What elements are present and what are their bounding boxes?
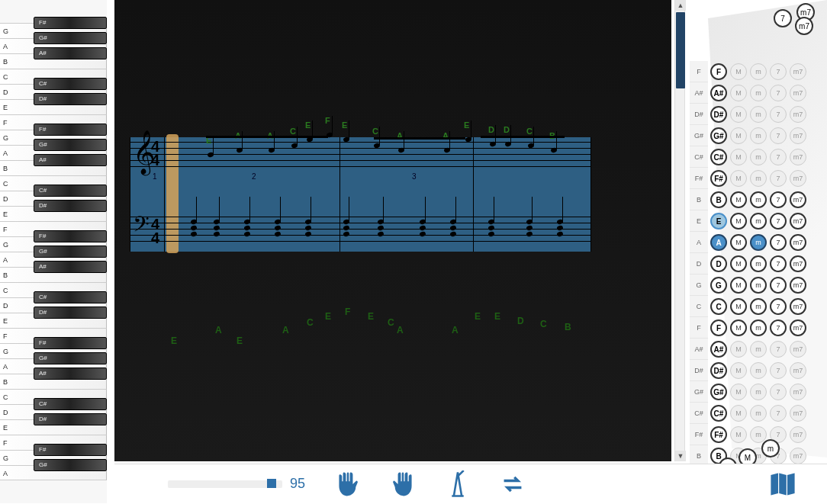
chord-quality-button[interactable]: 7 — [770, 405, 787, 422]
piano-black-key[interactable]: D# — [34, 93, 107, 105]
chord-quality-button[interactable]: m7 — [790, 191, 806, 208]
chord-quality-button[interactable]: m7 — [790, 255, 806, 272]
chord-float-button[interactable]: m — [761, 439, 780, 457]
chord-quality-button[interactable]: 7 — [770, 149, 787, 165]
chord-root-button[interactable]: B — [710, 191, 727, 208]
piano-black-key[interactable]: C# — [34, 78, 107, 90]
vertical-scrollbar[interactable]: ▲ ▼ — [674, 0, 685, 461]
chord-quality-button[interactable]: 7 — [770, 170, 787, 187]
chord-quality-button[interactable]: m — [750, 405, 767, 422]
piano-black-key[interactable]: F# — [34, 17, 107, 29]
chord-quality-button[interactable]: m7 — [790, 63, 806, 80]
chord-quality-button[interactable]: m — [750, 255, 767, 272]
chord-quality-button[interactable]: M — [730, 426, 747, 443]
chord-quality-button[interactable]: 7 — [770, 191, 787, 208]
piano-black-key[interactable]: D# — [34, 413, 107, 425]
right-hand-icon[interactable] — [391, 470, 415, 498]
chord-root-button[interactable]: G# — [710, 127, 727, 144]
scroll-thumb[interactable] — [676, 12, 685, 88]
chord-quality-button[interactable]: 7 — [770, 277, 787, 294]
chord-quality-button[interactable]: m — [750, 277, 767, 294]
chord-quality-button[interactable]: 7 — [770, 85, 787, 101]
chord-root-button[interactable]: A# — [710, 341, 727, 358]
chord-root-button[interactable]: F# — [710, 170, 727, 187]
chord-quality-button[interactable]: 7 — [770, 106, 787, 123]
piano-black-key[interactable]: A# — [34, 261, 107, 273]
chord-quality-button[interactable]: m — [750, 341, 767, 358]
piano-black-key[interactable]: D# — [34, 307, 107, 319]
chord-quality-button[interactable]: m7 — [790, 298, 806, 315]
piano-black-key[interactable]: A# — [34, 47, 107, 59]
chord-quality-button[interactable]: m7 — [790, 149, 806, 165]
piano-black-key[interactable]: G# — [34, 459, 107, 471]
chord-quality-button[interactable]: m — [750, 127, 767, 144]
chord-quality-button[interactable]: m — [750, 234, 767, 251]
chord-quality-button[interactable]: M — [730, 341, 747, 358]
chord-quality-button[interactable]: m — [750, 149, 767, 165]
chord-quality-button[interactable]: 7 — [770, 63, 787, 80]
tempo-slider-thumb[interactable] — [267, 479, 276, 488]
chord-root-button[interactable]: D# — [710, 362, 727, 379]
map-view-icon[interactable] — [769, 470, 796, 498]
chord-quality-button[interactable]: m7 — [790, 277, 806, 294]
chord-quality-button[interactable]: m7 — [790, 170, 806, 187]
chord-root-button[interactable]: F# — [710, 426, 727, 443]
chord-quality-button[interactable]: m7 — [790, 319, 806, 336]
chord-root-button[interactable]: A — [710, 234, 727, 251]
chord-quality-button[interactable]: m — [750, 213, 767, 230]
chord-quality-button[interactable]: M — [730, 191, 747, 208]
chord-quality-button[interactable]: m7 — [790, 426, 806, 443]
piano-black-key[interactable]: G# — [34, 139, 107, 151]
chord-quality-button[interactable]: M — [730, 319, 747, 336]
chord-quality-button[interactable]: 7 — [770, 384, 787, 400]
piano-black-key[interactable]: D# — [34, 200, 107, 212]
chord-quality-button[interactable]: 7 — [770, 213, 787, 230]
chord-quality-button[interactable]: m7 — [790, 405, 806, 422]
chord-root-button[interactable]: C — [710, 298, 727, 315]
chord-quality-button[interactable]: 7 — [770, 255, 787, 272]
chord-float-button[interactable]: m7 — [795, 17, 813, 35]
piano-black-key[interactable]: A# — [34, 154, 107, 166]
chord-quality-button[interactable]: 7 — [770, 319, 787, 336]
piano-black-key[interactable]: F# — [34, 124, 107, 136]
chord-root-button[interactable]: F — [710, 63, 727, 80]
loop-icon[interactable] — [500, 470, 525, 498]
chord-quality-button[interactable]: m7 — [790, 341, 806, 358]
chord-quality-button[interactable]: m — [750, 319, 767, 336]
chord-quality-button[interactable]: 7 — [770, 341, 787, 358]
chord-root-button[interactable]: A# — [710, 85, 727, 101]
chord-root-button[interactable]: G — [710, 277, 727, 294]
chord-quality-button[interactable]: 7 — [770, 298, 787, 315]
piano-black-key[interactable]: F# — [34, 337, 107, 349]
chord-quality-button[interactable]: m — [750, 106, 767, 123]
chord-quality-button[interactable]: m — [750, 362, 767, 379]
chord-quality-button[interactable]: m — [750, 298, 767, 315]
piano-black-key[interactable]: C# — [34, 291, 107, 303]
piano-black-key[interactable]: A# — [34, 368, 107, 380]
chord-quality-button[interactable]: m — [750, 170, 767, 187]
piano-black-key[interactable]: G# — [34, 352, 107, 364]
chord-quality-button[interactable]: M — [730, 213, 747, 230]
piano-black-key[interactable]: C# — [34, 398, 107, 410]
chord-root-button[interactable]: C# — [710, 405, 727, 422]
chord-root-button[interactable]: F — [710, 319, 727, 336]
chord-quality-button[interactable]: M — [730, 362, 747, 379]
metronome-icon[interactable] — [446, 470, 470, 498]
tempo-slider[interactable] — [168, 480, 282, 488]
chord-quality-button[interactable]: M — [730, 127, 747, 144]
chord-quality-button[interactable]: M — [730, 234, 747, 251]
chord-quality-button[interactable]: 7 — [770, 127, 787, 144]
chord-quality-button[interactable]: m — [750, 63, 767, 80]
chord-quality-button[interactable]: M — [730, 255, 747, 272]
chord-quality-button[interactable]: M — [730, 405, 747, 422]
chord-quality-button[interactable]: M — [730, 277, 747, 294]
chord-quality-button[interactable]: M — [730, 106, 747, 123]
chord-root-button[interactable]: D — [710, 255, 727, 272]
piano-black-key[interactable]: F# — [34, 230, 107, 242]
chord-quality-button[interactable]: m7 — [790, 85, 806, 101]
chord-float-button[interactable]: 7 — [774, 9, 792, 27]
piano-black-key[interactable]: G# — [34, 246, 107, 258]
chord-quality-button[interactable]: M — [730, 85, 747, 101]
piano-black-key[interactable]: F# — [34, 444, 107, 456]
chord-quality-button[interactable]: m — [750, 85, 767, 101]
